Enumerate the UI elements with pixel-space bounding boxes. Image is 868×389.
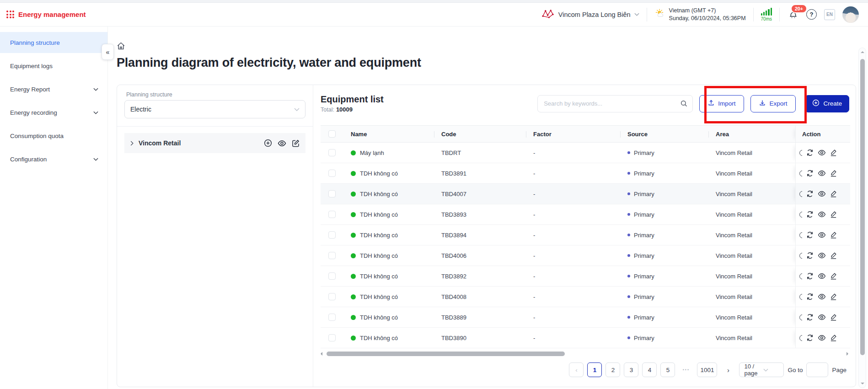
chevron-right-icon[interactable]: [130, 141, 134, 146]
row-checkbox[interactable]: [328, 211, 336, 218]
view-icon[interactable]: [818, 191, 826, 197]
sidebar-collapse-button[interactable]: «: [102, 44, 114, 60]
pagination-page-2[interactable]: 2: [605, 362, 620, 377]
pagination-page-1001[interactable]: 1001: [697, 362, 717, 377]
sync-icon[interactable]: [806, 190, 814, 197]
view-icon[interactable]: [818, 232, 826, 238]
content-vertical-scrollbar[interactable]: [858, 48, 866, 388]
sync-icon[interactable]: [806, 231, 814, 239]
sync-icon[interactable]: [806, 252, 814, 259]
view-icon[interactable]: [818, 335, 826, 341]
search-input[interactable]: [537, 95, 693, 112]
edit-icon[interactable]: [830, 252, 837, 259]
sync-icon[interactable]: [806, 149, 814, 156]
row-checkbox[interactable]: [328, 190, 336, 197]
import-button[interactable]: Import: [699, 95, 744, 112]
sidebar-item-energy-recording[interactable]: Energy recording: [0, 102, 107, 123]
pagination-next-button[interactable]: ›: [721, 362, 735, 377]
sync-icon[interactable]: [806, 293, 814, 300]
sidebar-item-equipment-logs[interactable]: Equipment logs: [0, 55, 107, 76]
scroll-down-arrow-icon[interactable]: [861, 383, 864, 384]
edit-icon[interactable]: [830, 293, 837, 300]
sidebar-item-planning-structure[interactable]: Planning structure: [0, 32, 107, 53]
edit-icon[interactable]: [830, 170, 837, 177]
edit-node-icon[interactable]: [292, 139, 300, 147]
pagination-prev-button[interactable]: ‹: [569, 362, 584, 377]
avatar[interactable]: [842, 6, 859, 23]
edit-icon[interactable]: [830, 149, 837, 156]
view-icon[interactable]: [818, 170, 826, 176]
export-button[interactable]: Export: [750, 95, 796, 112]
edit-icon[interactable]: [830, 334, 837, 341]
create-button[interactable]: Create: [805, 95, 849, 112]
site-network-icon: [541, 9, 555, 20]
row-checkbox[interactable]: [328, 293, 336, 300]
site-switcher[interactable]: Vincom Plaza Long Biên: [541, 9, 639, 20]
row-checkbox[interactable]: [328, 334, 336, 341]
row-checkbox[interactable]: [328, 170, 336, 177]
edit-icon[interactable]: [830, 272, 837, 280]
pagination: ‹ 12345•••1001 › 10 / page Go to Page: [321, 362, 850, 377]
clipped-icon: [799, 191, 802, 197]
language-button[interactable]: EN: [824, 9, 835, 20]
view-icon[interactable]: [818, 273, 826, 279]
row-checkbox[interactable]: [328, 314, 336, 321]
select-all-checkbox[interactable]: [328, 130, 336, 138]
sidebar-item-consumption-quota[interactable]: Consumption quota: [0, 125, 107, 146]
sync-icon[interactable]: [806, 334, 814, 341]
view-icon[interactable]: [818, 252, 826, 259]
table-horizontal-scrollbar[interactable]: [321, 351, 850, 357]
equipment-code: TBD3894: [434, 232, 526, 239]
edit-icon[interactable]: [830, 211, 837, 218]
panel-divider: [117, 126, 313, 127]
vertical-scroll-thumb[interactable]: [860, 59, 865, 355]
help-button[interactable]: ?: [806, 9, 817, 20]
equipment-factor: -: [526, 191, 620, 197]
sidebar-nav: Planning structureEquipment logsEnergy R…: [0, 27, 108, 389]
header-divider: [779, 8, 780, 21]
edit-icon[interactable]: [830, 231, 837, 239]
sync-icon[interactable]: [806, 272, 814, 280]
scroll-right-arrow-icon[interactable]: [847, 352, 848, 356]
equipment-area: Vincom Retail: [708, 211, 795, 218]
pagination-ellipsis[interactable]: •••: [679, 362, 693, 377]
equipment-list-header: Equipment list Total:10009 Import Export: [321, 94, 850, 113]
row-checkbox[interactable]: [328, 149, 336, 156]
row-checkbox[interactable]: [328, 252, 336, 259]
view-icon[interactable]: [818, 149, 826, 156]
tree-node-vincom-retail[interactable]: Vincom Retail: [124, 133, 305, 153]
datetime-label: Sunday, 06/10/2024, 05:36PM: [669, 15, 746, 22]
app-grid-icon[interactable]: [6, 11, 14, 18]
view-icon[interactable]: [818, 293, 826, 300]
view-icon[interactable]: [818, 314, 826, 320]
pagination-page-4[interactable]: 4: [642, 362, 657, 377]
scroll-up-arrow-icon[interactable]: [861, 51, 864, 53]
sync-icon[interactable]: [806, 211, 814, 218]
edit-icon[interactable]: [830, 190, 837, 197]
view-icon[interactable]: [818, 211, 826, 218]
view-node-icon[interactable]: [278, 140, 286, 147]
planning-structure-select[interactable]: Electric: [124, 100, 305, 118]
sidebar-item-energy-report[interactable]: Energy Report: [0, 79, 107, 100]
scroll-left-arrow-icon[interactable]: [321, 352, 322, 356]
add-node-icon[interactable]: [264, 139, 272, 147]
breadcrumb-home-icon[interactable]: [117, 42, 125, 52]
pagination-page-5[interactable]: 5: [660, 362, 675, 377]
pagination-page-1[interactable]: 1: [587, 362, 602, 377]
goto-page-input[interactable]: [806, 362, 828, 377]
search-icon[interactable]: [680, 100, 687, 109]
edit-icon[interactable]: [830, 314, 837, 321]
equipment-area: Vincom Retail: [708, 335, 795, 341]
equipment-source: Primary: [634, 191, 654, 197]
page-size-select[interactable]: 10 / page: [739, 362, 784, 377]
pagination-page-3[interactable]: 3: [624, 362, 638, 377]
row-checkbox[interactable]: [328, 272, 336, 280]
notifications-button[interactable]: 20+: [787, 9, 799, 21]
table-row: TDH không cóTBD4007-PrimaryVincom Retail: [321, 184, 850, 204]
horizontal-scroll-thumb[interactable]: [327, 352, 565, 356]
sync-icon[interactable]: [806, 314, 814, 321]
row-checkbox[interactable]: [328, 231, 336, 239]
sync-icon[interactable]: [806, 170, 814, 177]
clipped-icon: [799, 314, 802, 320]
sidebar-item-configuration[interactable]: Configuration: [0, 149, 107, 170]
